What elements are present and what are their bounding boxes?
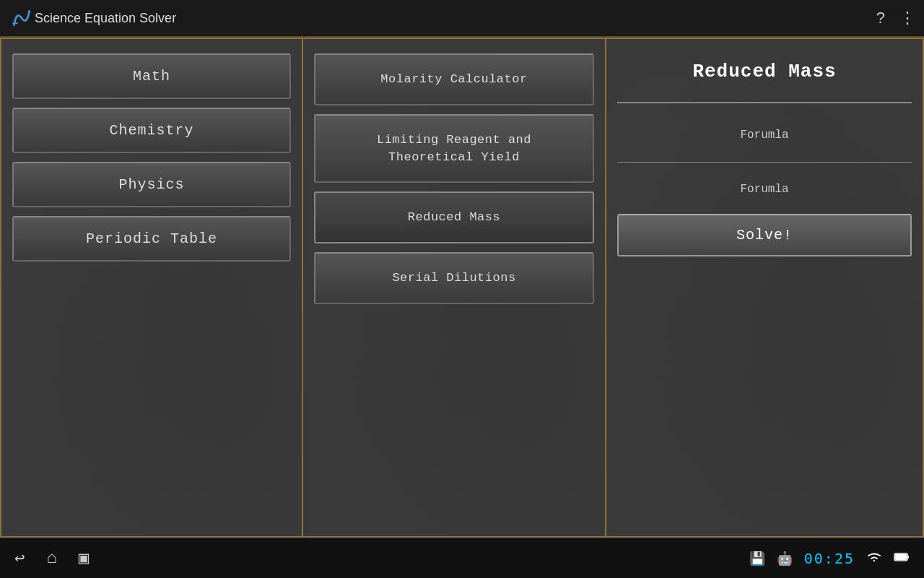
top-bar: Science Equation Solver ? ⋮ xyxy=(0,0,924,38)
topbar-icons: ? ⋮ xyxy=(876,9,915,27)
serial-dilutions-button[interactable]: Serial Dilutions xyxy=(314,252,594,304)
limiting-reagent-button[interactable]: Limiting Reagent andTheoretical Yield xyxy=(314,114,594,184)
columns-container: Math Chemistry Physics Periodic Table Mo… xyxy=(0,38,924,538)
bottom-nav-left: ↩ ⌂ ▣ xyxy=(14,548,89,569)
home-icon[interactable]: ⌂ xyxy=(46,548,56,568)
solve-button[interactable]: Solve! xyxy=(617,214,912,256)
detail-title: Reduced Mass xyxy=(617,53,912,93)
help-icon[interactable]: ? xyxy=(876,9,885,27)
back-icon[interactable]: ↩ xyxy=(14,548,25,569)
battery-icon xyxy=(894,551,910,566)
math-button[interactable]: Math xyxy=(12,53,291,99)
periodic-table-button[interactable]: Periodic Table xyxy=(12,216,291,262)
formula-divider xyxy=(617,162,912,163)
reduced-mass-button[interactable]: Reduced Mass xyxy=(314,191,594,243)
category-column: Math Chemistry Physics Periodic Table xyxy=(0,38,303,538)
molarity-calculator-button[interactable]: Molarity Calculator xyxy=(314,53,594,105)
overflow-menu-icon[interactable]: ⋮ xyxy=(899,9,915,27)
app-logo-icon xyxy=(9,5,35,31)
android-icon: 🤖 xyxy=(777,551,793,566)
chemistry-button[interactable]: Chemistry xyxy=(12,108,291,153)
svg-rect-2 xyxy=(895,554,907,560)
app-title: Science Equation Solver xyxy=(35,11,876,26)
recent-apps-icon[interactable]: ▣ xyxy=(79,548,89,569)
formula2-label: Forumla xyxy=(617,177,912,202)
clock-display: 00:25 xyxy=(804,550,855,567)
svg-rect-3 xyxy=(907,556,909,558)
main-content: Math Chemistry Physics Periodic Table Mo… xyxy=(0,38,924,578)
equation-column: Molarity Calculator Limiting Reagent and… xyxy=(303,38,606,538)
physics-button[interactable]: Physics xyxy=(12,162,291,207)
detail-column: Reduced Mass Forumla Forumla Solve! xyxy=(606,38,924,538)
sd-card-icon: 💾 xyxy=(749,551,765,566)
bottom-nav-right: 💾 🤖 00:25 xyxy=(749,550,910,567)
bottom-bar: ↩ ⌂ ▣ 💾 🤖 00:25 xyxy=(0,538,924,578)
title-divider xyxy=(617,102,912,103)
wifi-icon xyxy=(866,551,882,566)
formula1-label: Forumla xyxy=(617,123,912,147)
